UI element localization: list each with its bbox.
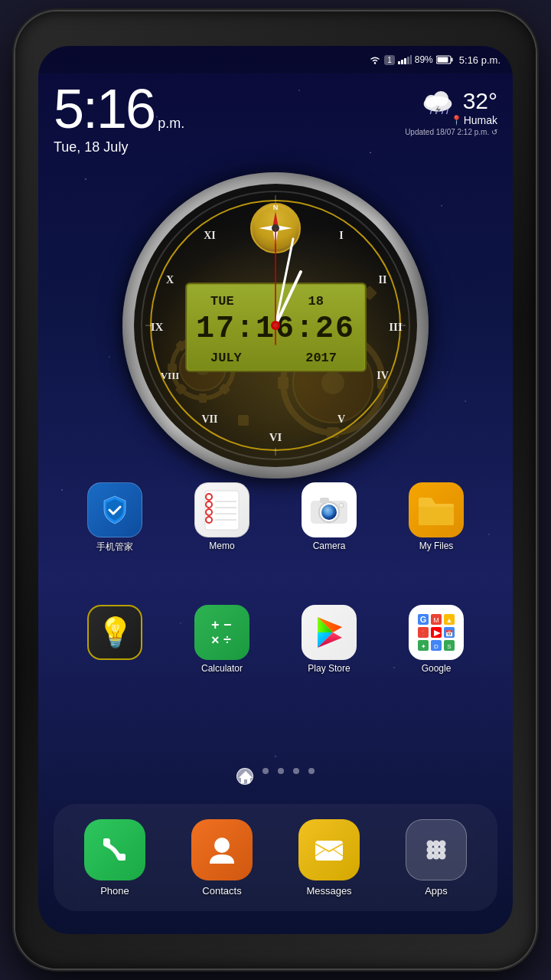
svg-text:G: G	[420, 615, 427, 624]
app-memo-wrapper[interactable]: Memo	[187, 482, 256, 551]
app-row-2: 💡 + − × ÷ Calculator	[38, 605, 513, 674]
app-files-wrapper[interactable]: My Files	[402, 482, 471, 551]
app-google-icon[interactable]: G M ▲ 📍 📅 ✦	[409, 605, 464, 660]
app-camera-icon[interactable]	[302, 482, 357, 537]
app-tips-icon[interactable]: 💡	[87, 605, 142, 660]
clock-outer: XII I II III IV V VI VII	[122, 172, 429, 479]
status-bar: 1 89% 5:16 p.m.	[38, 46, 513, 74]
time-display: 5:16 p.m. Tue, 18 July	[54, 81, 184, 155]
svg-text:2017: 2017	[305, 351, 337, 365]
app-playstore-label: Play Store	[308, 663, 350, 674]
svg-text:S: S	[447, 643, 451, 650]
svg-text:D: D	[434, 643, 439, 650]
svg-point-11	[433, 91, 448, 106]
svg-text:IX: IX	[151, 321, 164, 333]
app-row-1: 手机管家	[38, 482, 513, 554]
app-camera-label: Camera	[313, 541, 346, 551]
app-playstore-icon[interactable]	[302, 605, 357, 660]
page-dot-3[interactable]	[278, 768, 284, 774]
svg-point-133	[433, 852, 440, 859]
svg-text:×: ×	[211, 632, 220, 648]
svg-text:II: II	[379, 274, 387, 286]
clock-widget: XII I II III IV V VI VII	[122, 172, 429, 479]
dock-apps-wrapper[interactable]: Apps	[398, 819, 474, 897]
play-store-icon	[310, 613, 348, 652]
time-ampm: p.m.	[158, 116, 184, 132]
weather-section: 32° 📍 Humak Updated 18/07 2:12 p.m. ↺	[405, 87, 497, 136]
wifi-icon	[369, 55, 381, 64]
dock-contacts-wrapper[interactable]: Contacts	[184, 819, 260, 897]
weather-temp: 32°	[463, 88, 497, 114]
app-playstore-wrapper[interactable]: Play Store	[295, 605, 364, 674]
svg-line-16	[446, 109, 448, 114]
app-security-label: 手机管家	[96, 541, 133, 554]
svg-rect-2	[401, 60, 403, 64]
svg-rect-3	[404, 58, 406, 64]
svg-text:XI: XI	[204, 230, 216, 241]
app-google-wrapper[interactable]: G M ▲ 📍 📅 ✦	[402, 605, 471, 674]
svg-text:JULY: JULY	[210, 351, 243, 365]
sim-badge: 1	[384, 55, 395, 65]
dock: Phone Contacts	[54, 804, 497, 911]
svg-text:III: III	[389, 321, 403, 333]
app-calculator-icon[interactable]: + − × ÷	[194, 605, 249, 660]
camera-lens-icon	[309, 493, 349, 527]
date-display: Tue, 18 July	[54, 139, 184, 155]
dock-messages-label: Messages	[306, 885, 351, 897]
app-calculator-wrapper[interactable]: + − × ÷ Calculator	[187, 605, 256, 674]
calculator-symbols-icon: + − × ÷	[204, 614, 240, 651]
app-calculator-label: Calculator	[201, 663, 243, 674]
page-indicators	[38, 768, 513, 785]
dock-messages-icon[interactable]	[298, 819, 360, 880]
page-dot-2[interactable]	[262, 768, 269, 774]
dock-contacts-icon[interactable]	[191, 819, 253, 880]
svg-point-126	[427, 840, 434, 847]
svg-text:X: X	[166, 274, 174, 286]
app-tips-wrapper[interactable]: 💡	[80, 605, 149, 663]
battery-icon	[436, 55, 453, 64]
page-dot-5[interactable]	[308, 768, 315, 774]
app-memo-label: Memo	[209, 541, 234, 551]
svg-text:M: M	[433, 616, 439, 624]
svg-line-14	[435, 112, 436, 114]
app-memo-icon[interactable]	[194, 482, 249, 537]
svg-point-130	[433, 846, 440, 853]
svg-rect-83	[205, 491, 239, 530]
signal-icon	[398, 55, 412, 64]
svg-rect-7	[451, 58, 452, 62]
status-right: 1 89% 5:16 p.m.	[369, 54, 500, 66]
dock-contacts-label: Contacts	[202, 885, 241, 897]
svg-point-131	[439, 846, 446, 853]
svg-text:V: V	[337, 413, 345, 425]
app-security-wrapper[interactable]: 手机管家	[80, 482, 149, 554]
svg-rect-8	[437, 57, 448, 63]
svg-text:📍: 📍	[419, 629, 427, 637]
svg-point-124	[214, 838, 230, 853]
svg-text:IV: IV	[377, 370, 389, 381]
svg-text:I: I	[339, 230, 343, 241]
svg-point-132	[427, 852, 434, 859]
svg-point-128	[439, 840, 446, 847]
dock-phone-label: Phone	[100, 885, 129, 897]
svg-rect-1	[398, 61, 400, 64]
app-camera-wrapper[interactable]: Camera	[295, 482, 364, 551]
svg-point-129	[427, 846, 434, 853]
contacts-person-icon	[205, 833, 239, 867]
app-security-icon[interactable]	[87, 482, 142, 537]
home-dot[interactable]	[236, 768, 253, 785]
dock-phone-icon[interactable]	[84, 819, 145, 880]
dock-messages-wrapper[interactable]: Messages	[291, 819, 367, 897]
dock-phone-wrapper[interactable]: Phone	[77, 819, 153, 897]
svg-text:−: −	[223, 617, 232, 632]
app-files-icon[interactable]	[409, 482, 464, 537]
dock-apps-label: Apps	[425, 885, 448, 897]
svg-rect-5	[410, 55, 412, 64]
svg-point-0	[374, 62, 376, 64]
app-google-label: Google	[422, 663, 452, 674]
dock-apps-icon[interactable]	[406, 819, 467, 880]
page-dot-4[interactable]	[293, 768, 299, 774]
app-files-label: My Files	[419, 541, 454, 551]
svg-text:18: 18	[308, 294, 324, 309]
svg-text:+: +	[211, 617, 220, 632]
svg-point-82	[273, 323, 278, 328]
